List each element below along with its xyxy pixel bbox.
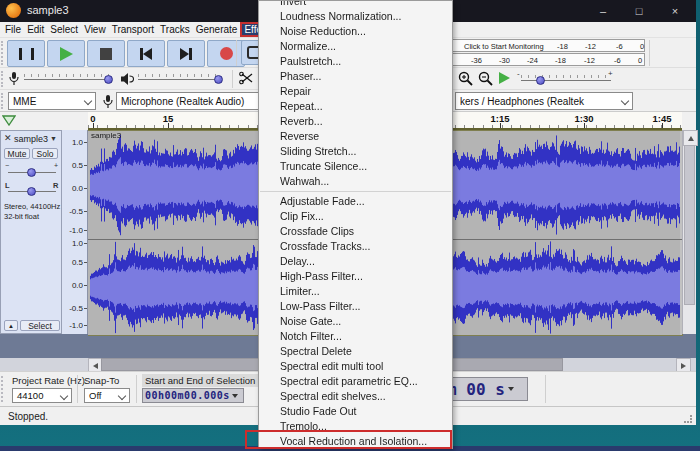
menu-generate[interactable]: Generate	[193, 22, 241, 37]
play-button[interactable]	[47, 40, 85, 67]
mute-button[interactable]: Mute	[4, 148, 30, 159]
project-rate-select[interactable]: 44100	[12, 388, 72, 403]
recording-meter[interactable]: 2Click to Start Monitoring-18-12-60	[443, 39, 645, 52]
effect-menu-item-sliding-stretch[interactable]: Sliding Stretch...	[259, 144, 452, 159]
effect-menu-item-crossfade-tracks[interactable]: Crossfade Tracks...	[259, 239, 452, 254]
zoom-out-icon[interactable]	[477, 70, 494, 87]
close-button[interactable]: ×	[658, 0, 692, 22]
output-device-value: kers / Headphones (Realtek	[460, 96, 584, 107]
toolbar-grip[interactable]	[1, 41, 4, 65]
pause-button[interactable]	[7, 40, 45, 67]
effect-menu-item-repeat[interactable]: Repeat...	[259, 99, 452, 114]
audio-host-select[interactable]: MME	[8, 92, 96, 110]
play-at-speed-icon[interactable]	[499, 72, 510, 84]
vertical-scrollbar[interactable]	[682, 130, 696, 334]
menu-tracks[interactable]: Tracks	[157, 22, 193, 37]
effect-menu-item-normalize[interactable]: Normalize...	[259, 39, 452, 54]
effect-menu-item-phaser[interactable]: Phaser...	[259, 69, 452, 84]
vocal-reduction-annotation	[245, 430, 452, 449]
maximize-button[interactable]: □	[622, 0, 656, 22]
meter-tick-label: -12	[584, 56, 595, 65]
stop-button[interactable]	[87, 40, 125, 67]
track-menu-arrow-icon[interactable]: ▼	[50, 135, 57, 142]
skip-to-start-button[interactable]	[127, 40, 165, 67]
effect-menu-item-crossfade-clips[interactable]: Crossfade Clips	[259, 224, 452, 239]
snap-to-label: Snap-To	[84, 375, 119, 386]
effect-menu-item-studio-fade-out[interactable]: Studio Fade Out	[259, 404, 452, 419]
timeline-right-gap	[682, 112, 696, 130]
resize-grip-icon[interactable]	[684, 415, 692, 423]
input-device-value: Microphone (Realtek Audio)	[121, 96, 244, 107]
position-time-field[interactable]: m 00 s	[440, 377, 528, 401]
toolbar-separator	[545, 375, 546, 403]
scroll-up-button[interactable]	[683, 130, 698, 146]
scissors-icon[interactable]	[239, 71, 254, 86]
playback-volume-thumb[interactable]	[214, 75, 223, 84]
effect-menu-item-low-pass-filter[interactable]: Low-Pass Filter...	[259, 299, 452, 314]
minimize-button[interactable]: –	[586, 0, 620, 22]
effect-menu-item-spectral-edit-parametric-eq[interactable]: Spectral edit parametric EQ...	[259, 374, 452, 389]
input-device-select[interactable]: Microphone (Realtek Audio)	[116, 92, 262, 110]
toolbar-grip[interactable]	[1, 93, 4, 109]
effect-menu-item-loudness-normalization[interactable]: Loudness Normalization...	[259, 9, 452, 24]
play-pointer-icon[interactable]	[2, 115, 16, 126]
effect-menu-item-reverse[interactable]: Reverse	[259, 129, 452, 144]
track-name[interactable]: sample3	[14, 134, 48, 144]
effect-menu-item-delay[interactable]: Delay...	[259, 254, 452, 269]
effect-menu-item-limiter[interactable]: Limiter...	[259, 284, 452, 299]
record-button[interactable]	[207, 40, 245, 67]
toolbar-grip[interactable]	[1, 376, 4, 402]
playback-volume-slider[interactable]	[138, 79, 222, 80]
effect-menu-item-noise-gate[interactable]: Noise Gate...	[259, 314, 452, 329]
effect-menu-item-adjustable-fade[interactable]: Adjustable Fade...	[259, 194, 452, 209]
track-close-icon[interactable]: ✕	[4, 133, 12, 143]
vertical-ruler-value: 1.0	[72, 239, 83, 248]
toolbar-grip[interactable]	[1, 71, 4, 87]
effect-menu-item-spectral-edit-multi-tool[interactable]: Spectral edit multi tool	[259, 359, 452, 374]
effect-menu-item-reverb[interactable]: Reverb...	[259, 114, 452, 129]
effect-menu-item-repair[interactable]: Repair	[259, 84, 452, 99]
speed-slider-plus: +	[608, 69, 613, 78]
output-device-select[interactable]: kers / Headphones (Realtek	[455, 92, 633, 110]
effect-menu-item-high-pass-filter[interactable]: High-Pass Filter...	[259, 269, 452, 284]
effect-menu-item-invert[interactable]: Invert	[259, 0, 452, 9]
effect-menu-item-truncate-silence[interactable]: Truncate Silence...	[259, 159, 452, 174]
track-select-button[interactable]: Select	[20, 320, 60, 331]
effect-menu-item-paulstretch[interactable]: Paulstretch...	[259, 54, 452, 69]
zoom-in-icon[interactable]	[457, 70, 474, 87]
vertical-scroll-thumb[interactable]	[684, 145, 695, 305]
stop-icon	[100, 48, 112, 60]
input-device-icon	[102, 94, 114, 110]
speed-slider[interactable]	[521, 80, 611, 81]
playback-meter[interactable]: 2-36-30-24-18-12-60	[443, 53, 645, 66]
timeline-left-gap	[0, 112, 88, 130]
vertical-ruler-value: 0.5	[72, 161, 83, 170]
chevron-down-icon	[118, 391, 126, 399]
solo-button[interactable]: Solo	[32, 148, 58, 159]
effect-menu-item-notch-filter[interactable]: Notch Filter...	[259, 329, 452, 344]
effect-menu-item-spectral-delete[interactable]: Spectral Delete	[259, 344, 452, 359]
collapse-track-button[interactable]: ▲	[4, 320, 18, 331]
record-icon	[220, 47, 233, 60]
recording-volume-thumb[interactable]	[104, 75, 113, 84]
menu-edit[interactable]: Edit	[24, 22, 47, 37]
menu-view[interactable]: View	[81, 22, 109, 37]
track-format-line2: 32-bit float	[4, 212, 39, 221]
gain-slider-thumb[interactable]	[27, 168, 36, 177]
effect-menu-item-wahwah[interactable]: Wahwah...	[259, 174, 452, 189]
effect-menu-item-clip-fix[interactable]: Clip Fix...	[259, 209, 452, 224]
speed-slider-thumb[interactable]	[536, 76, 545, 85]
vertical-ruler-tick	[84, 243, 87, 244]
selection-time-field[interactable]: 00h00m00.000s	[142, 388, 244, 403]
skip-to-end-button[interactable]	[167, 40, 205, 67]
vertical-ruler-value: 0.0	[72, 281, 83, 290]
effect-menu-item-spectral-edit-shelves[interactable]: Spectral edit shelves...	[259, 389, 452, 404]
menu-transport[interactable]: Transport	[109, 22, 157, 37]
recording-volume-slider[interactable]	[24, 79, 112, 80]
clip-label[interactable]: sample3	[91, 131, 121, 140]
effect-menu-item-noise-reduction[interactable]: Noise Reduction...	[259, 24, 452, 39]
snap-to-select[interactable]: Off	[84, 388, 130, 403]
menu-select[interactable]: Select	[47, 22, 81, 37]
menu-file[interactable]: File	[2, 22, 24, 37]
pan-slider-thumb[interactable]	[27, 187, 36, 196]
